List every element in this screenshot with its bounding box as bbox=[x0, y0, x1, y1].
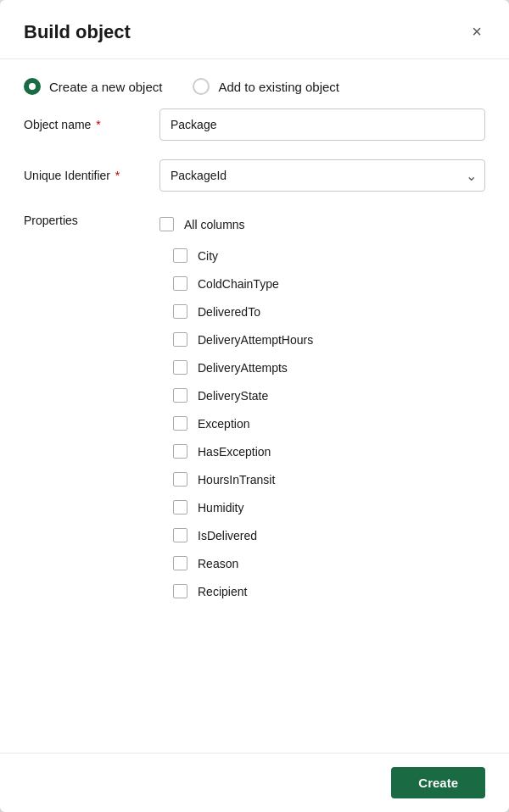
object-name-input[interactable] bbox=[159, 108, 485, 141]
checkbox-property-deliveryattempthours[interactable]: DeliveryAttemptHours bbox=[173, 325, 485, 353]
checkbox-label-humidity: Humidity bbox=[198, 501, 243, 514]
checkbox-property-reason[interactable]: Reason bbox=[173, 549, 485, 577]
checkbox-label-hasexception: HasException bbox=[198, 445, 271, 459]
close-button[interactable]: × bbox=[468, 19, 485, 45]
checkbox-property-deliveredto[interactable]: DeliveredTo bbox=[173, 298, 485, 325]
checkbox-label-recipient: Recipient bbox=[198, 585, 247, 598]
checkbox-property-humidity[interactable]: Humidity bbox=[173, 493, 485, 521]
checkbox-box-hasexception bbox=[173, 444, 187, 459]
unique-identifier-select-wrapper: PackageId ⌄ bbox=[159, 159, 485, 192]
checkbox-box-hoursintransit bbox=[173, 472, 187, 487]
checkbox-property-isdelivered[interactable]: IsDelivered bbox=[173, 521, 485, 549]
checkbox-label-isdelivered: IsDelivered bbox=[198, 529, 257, 542]
properties-section: Properties All columns CityColdChainType… bbox=[24, 210, 485, 605]
unique-identifier-label: Unique Identifier * bbox=[24, 169, 159, 182]
unique-identifier-value: PackageId bbox=[171, 169, 227, 182]
checkbox-label-deliveryattempts: DeliveryAttempts bbox=[198, 361, 288, 375]
checkbox-label-coldchaintype: ColdChainType bbox=[198, 277, 279, 291]
checkbox-label-reason: Reason bbox=[198, 557, 238, 570]
dialog-title: Build object bbox=[24, 21, 131, 43]
checkbox-property-city[interactable]: City bbox=[173, 242, 485, 270]
object-name-row: Object name * bbox=[24, 108, 485, 141]
checkbox-property-exception[interactable]: Exception bbox=[173, 409, 485, 437]
dialog-footer: Create bbox=[0, 753, 509, 812]
unique-identifier-required: * bbox=[112, 169, 120, 182]
checkbox-property-deliveryattempts[interactable]: DeliveryAttempts bbox=[173, 353, 485, 381]
object-name-required: * bbox=[92, 118, 100, 131]
checkbox-property-recipient[interactable]: Recipient bbox=[173, 577, 485, 605]
dialog-body: Create a new object Add to existing obje… bbox=[0, 59, 509, 753]
checkbox-label-exception: Exception bbox=[198, 417, 249, 431]
checkbox-box-coldchaintype bbox=[173, 276, 187, 291]
sub-checkboxes: CityColdChainTypeDeliveredToDeliveryAtte… bbox=[159, 242, 485, 605]
checkbox-box-city bbox=[173, 248, 187, 263]
checkbox-label-deliverystate: DeliveryState bbox=[198, 389, 268, 403]
checkbox-box-exception bbox=[173, 416, 187, 431]
properties-label: Properties bbox=[24, 210, 159, 605]
radio-add-existing[interactable]: Add to existing object bbox=[193, 78, 339, 95]
checkbox-all-columns[interactable]: All columns bbox=[159, 210, 485, 238]
radio-add-existing-label: Add to existing object bbox=[218, 80, 339, 94]
unique-identifier-row: Unique Identifier * PackageId ⌄ bbox=[24, 159, 485, 192]
checkbox-label-deliveredto: DeliveredTo bbox=[198, 305, 260, 319]
radio-group: Create a new object Add to existing obje… bbox=[0, 59, 509, 108]
checkbox-all-columns-label: All columns bbox=[184, 218, 245, 231]
checkbox-property-coldchaintype[interactable]: ColdChainType bbox=[173, 270, 485, 298]
create-button[interactable]: Create bbox=[391, 767, 485, 798]
checkbox-label-city: City bbox=[198, 249, 218, 263]
checkboxes-area: All columns CityColdChainTypeDeliveredTo… bbox=[159, 210, 485, 605]
radio-create-new[interactable]: Create a new object bbox=[24, 78, 162, 95]
checkbox-box-reason bbox=[173, 556, 187, 570]
checkbox-label-deliveryattempthours: DeliveryAttemptHours bbox=[198, 333, 313, 347]
checkbox-label-hoursintransit: HoursInTransit bbox=[198, 473, 275, 487]
checkbox-box-deliveredto bbox=[173, 304, 187, 319]
object-name-label: Object name * bbox=[24, 118, 159, 131]
build-object-dialog: Build object × Create a new object Add t… bbox=[0, 0, 509, 812]
radio-add-existing-indicator bbox=[193, 78, 210, 95]
dialog-header: Build object × bbox=[0, 0, 509, 59]
checkbox-box-isdelivered bbox=[173, 528, 187, 542]
checkbox-property-deliverystate[interactable]: DeliveryState bbox=[173, 381, 485, 409]
checkbox-box-deliverystate bbox=[173, 388, 187, 403]
checkbox-box-deliveryattempts bbox=[173, 360, 187, 375]
checkbox-all-columns-box bbox=[159, 217, 174, 231]
checkbox-property-hasexception[interactable]: HasException bbox=[173, 437, 485, 465]
checkbox-box-deliveryattempthours bbox=[173, 332, 187, 347]
checkbox-property-hoursintransit[interactable]: HoursInTransit bbox=[173, 465, 485, 493]
checkbox-box-recipient bbox=[173, 584, 187, 598]
unique-identifier-select[interactable]: PackageId bbox=[159, 159, 485, 192]
radio-create-new-indicator bbox=[24, 78, 41, 95]
form-area: Object name * Unique Identifier * Packag… bbox=[0, 108, 509, 753]
checkbox-box-humidity bbox=[173, 500, 187, 514]
radio-create-new-label: Create a new object bbox=[49, 80, 162, 94]
